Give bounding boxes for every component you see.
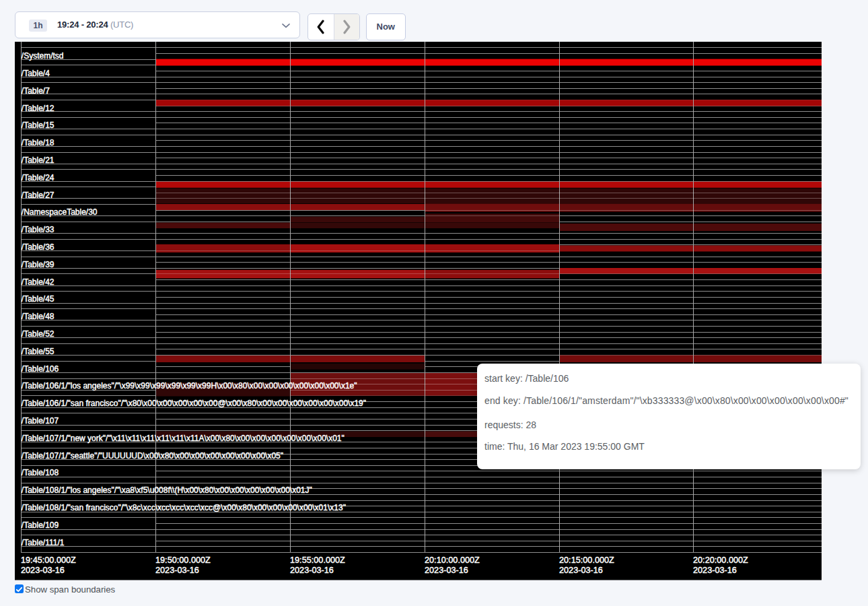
svg-text:/Table/109: /Table/109 xyxy=(22,520,59,530)
svg-text:/Table/45: /Table/45 xyxy=(22,294,55,304)
svg-text:/Table/4: /Table/4 xyxy=(22,69,50,78)
svg-text:/Table/39: /Table/39 xyxy=(22,260,55,269)
svg-text:/Table/106: /Table/106 xyxy=(22,364,59,374)
svg-text:19:50:00.000Z: 19:50:00.000Z xyxy=(155,556,211,565)
svg-text:20:20:00.000Z: 20:20:00.000Z xyxy=(693,556,748,565)
svg-text:2023-03-16: 2023-03-16 xyxy=(559,566,603,575)
svg-text:/Table/21: /Table/21 xyxy=(22,156,55,165)
svg-text:/Table/18: /Table/18 xyxy=(22,138,55,147)
svg-text:/System/tsd: /System/tsd xyxy=(22,51,64,61)
svg-text:/Table/7: /Table/7 xyxy=(22,86,50,96)
svg-text:/Table/15: /Table/15 xyxy=(22,121,55,130)
svg-text:/Table/106/1/"san francisco"/": /Table/106/1/"san francisco"/"\x80\x00\x… xyxy=(22,399,366,408)
svg-text:/Table/107: /Table/107 xyxy=(22,416,59,426)
svg-text:/Table/108/1/"los angeles"/"\x: /Table/108/1/"los angeles"/"\xa8\xf5\u00… xyxy=(22,485,312,495)
svg-text:/Table/36: /Table/36 xyxy=(22,242,55,252)
svg-text:/Table/42: /Table/42 xyxy=(22,277,55,287)
svg-text:/Table/33: /Table/33 xyxy=(22,225,55,234)
svg-text:/Table/52: /Table/52 xyxy=(22,329,55,339)
svg-text:/Table/27: /Table/27 xyxy=(22,191,55,200)
svg-text:2023-03-16: 2023-03-16 xyxy=(21,566,65,575)
svg-text:2023-03-16: 2023-03-16 xyxy=(693,566,737,575)
svg-text:2023-03-16: 2023-03-16 xyxy=(155,566,199,575)
svg-text:/Table/108/1/"san francisco"/": /Table/108/1/"san francisco"/"\x8c\xcc\x… xyxy=(22,503,346,512)
svg-text:2023-03-16: 2023-03-16 xyxy=(290,566,334,575)
svg-text:/Table/107/1/"seattle"/"UUUUUU: /Table/107/1/"seattle"/"UUUUUUD\x00\x80\… xyxy=(22,451,283,461)
svg-text:19:55:00.000Z: 19:55:00.000Z xyxy=(290,556,345,565)
svg-text:/NamespaceTable/30: /NamespaceTable/30 xyxy=(22,207,98,217)
svg-text:2023-03-16: 2023-03-16 xyxy=(425,566,468,575)
svg-text:/Table/107/1/"new york"/"\x11\: /Table/107/1/"new york"/"\x11\x11\x11\x1… xyxy=(22,434,345,443)
svg-text:20:15:00.000Z: 20:15:00.000Z xyxy=(559,556,614,565)
svg-text:/Table/12: /Table/12 xyxy=(22,104,55,113)
svg-text:20:10:00.000Z: 20:10:00.000Z xyxy=(425,556,480,565)
svg-text:/Table/24: /Table/24 xyxy=(22,173,55,182)
svg-text:/Table/48: /Table/48 xyxy=(22,312,55,321)
svg-text:/Table/111/1: /Table/111/1 xyxy=(22,538,65,547)
svg-text:19:45:00.000Z: 19:45:00.000Z xyxy=(21,556,76,565)
svg-text:/Table/55: /Table/55 xyxy=(22,347,55,356)
svg-text:/Table/108: /Table/108 xyxy=(22,468,59,477)
svg-text:/Table/106/1/"los angeles"/"\x: /Table/106/1/"los angeles"/"\x99\x99\x99… xyxy=(22,381,357,391)
